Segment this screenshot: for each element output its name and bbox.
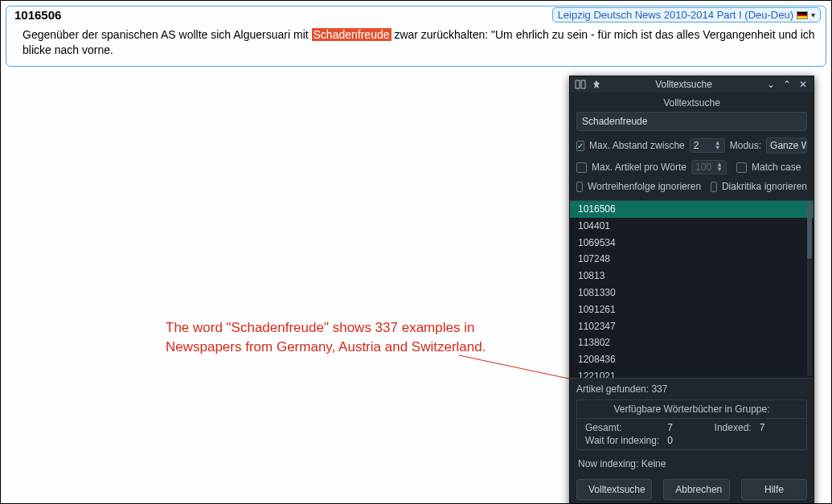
match-case-label: Match case xyxy=(752,162,801,173)
word-order-ignore-label: Wortreihenfolge ignorieren xyxy=(588,181,701,192)
collapse-down-icon[interactable]: ⌄ xyxy=(765,79,777,90)
now-indexing-value: Keine xyxy=(641,458,666,469)
indexed-value: 7 xyxy=(760,422,798,433)
stepper-arrows-icon[interactable]: ▲▼ xyxy=(715,141,721,150)
max-articles-value: 100 xyxy=(695,162,711,173)
chevron-down-icon: ▾ xyxy=(811,10,815,19)
now-indexing-line: Now indexing: Keine xyxy=(570,455,814,476)
max-distance-checkbox[interactable] xyxy=(576,141,584,151)
book-icon xyxy=(575,79,586,90)
article-id: 1016506 xyxy=(14,8,61,22)
panel-titlebar[interactable]: Volltextsuche ⌄ ⌃ ✕ xyxy=(570,76,814,92)
search-input[interactable] xyxy=(576,112,807,131)
result-item[interactable]: 113802 xyxy=(570,334,814,351)
found-count: 337 xyxy=(651,383,667,395)
result-item[interactable]: 1081330 xyxy=(570,285,814,301)
annotation-text: The word "Schadenfreude" shows 337 examp… xyxy=(166,318,511,357)
max-distance-label: Max. Abstand zwische xyxy=(589,140,685,151)
article-body: Gegenüber der spanischen AS wollte sich … xyxy=(14,27,818,58)
help-button[interactable]: Hilfe xyxy=(741,479,807,500)
modus-label: Modus: xyxy=(730,140,761,151)
diacritics-ignore-label: Diakritika ignorieren xyxy=(722,181,807,192)
result-item[interactable]: 1091261 xyxy=(570,301,814,318)
result-item[interactable]: 1016506 xyxy=(570,201,814,218)
panel-title: Volltextsuche xyxy=(607,79,760,90)
match-case-checkbox[interactable] xyxy=(736,162,747,173)
cancel-button[interactable]: Abbrechen xyxy=(663,479,730,500)
indexed-label: Indexed: xyxy=(715,422,752,433)
article-text-pre: Gegenüber der spanischen AS wollte sich … xyxy=(23,28,312,41)
result-item[interactable]: 107248 xyxy=(570,251,814,268)
flag-icon xyxy=(797,11,808,19)
wait-label: Wait for indexing: xyxy=(585,435,659,446)
max-articles-checkbox[interactable] xyxy=(576,162,587,173)
now-indexing-label: Now indexing: xyxy=(578,458,638,469)
found-label: Artikel gefunden: xyxy=(576,383,649,395)
stepper-arrows-icon[interactable]: ▲▼ xyxy=(716,162,723,172)
collapse-up-icon[interactable]: ⌃ xyxy=(781,79,793,90)
diacritics-ignore-checkbox[interactable] xyxy=(711,182,717,192)
results-list[interactable]: 1016506104401106953410724810813108133010… xyxy=(570,200,814,379)
modus-value: Ganze Wörte xyxy=(770,140,807,151)
max-articles-label: Max. Artikel pro Wörte xyxy=(592,162,687,173)
fulltext-search-panel: Volltextsuche ⌄ ⌃ ✕ Volltextsuche Max. A… xyxy=(569,76,814,504)
close-icon[interactable]: ✕ xyxy=(797,79,809,90)
max-distance-value: 2 xyxy=(694,140,699,151)
article-card: 1016506 Leipzig Deutsch News 2010-2014 P… xyxy=(6,6,826,67)
found-line: Artikel gefunden: 337 xyxy=(570,379,814,398)
search-button[interactable]: Volltextsuche xyxy=(576,479,652,500)
max-articles-stepper[interactable]: 100 ▲▼ xyxy=(691,160,727,174)
highlighted-term: Schadenfreude xyxy=(312,28,391,41)
available-dicts-box: Verfügbare Wörterbücher in Gruppe: Gesam… xyxy=(576,400,807,450)
dictionary-label: Leipzig Deutsch News 2010-2014 Part I (D… xyxy=(558,9,793,21)
result-item[interactable]: 1208436 xyxy=(570,351,814,368)
result-item[interactable]: 1102347 xyxy=(570,318,814,335)
result-item[interactable]: 1221021 xyxy=(570,368,814,379)
result-item[interactable]: 10813 xyxy=(570,268,814,285)
result-item[interactable]: 104401 xyxy=(570,218,814,235)
gesamt-label: Gesamt: xyxy=(585,422,659,433)
scrollbar-thumb[interactable] xyxy=(807,203,812,259)
word-order-ignore-checkbox[interactable] xyxy=(576,182,583,192)
section-header: Volltextsuche xyxy=(570,92,814,112)
available-dicts-title: Verfügbare Wörterbücher in Gruppe: xyxy=(577,400,806,419)
result-item[interactable]: 1069534 xyxy=(570,235,814,252)
gesamt-value: 7 xyxy=(667,422,706,433)
wait-value: 0 xyxy=(667,435,706,446)
svg-line-0 xyxy=(459,355,588,383)
pin-icon[interactable] xyxy=(591,79,602,90)
max-distance-stepper[interactable]: 2 ▲▼ xyxy=(690,138,725,153)
modus-select[interactable]: Ganze Wörte ▾ xyxy=(766,137,807,154)
dictionary-badge[interactable]: Leipzig Deutsch News 2010-2014 Part I (D… xyxy=(552,7,821,23)
